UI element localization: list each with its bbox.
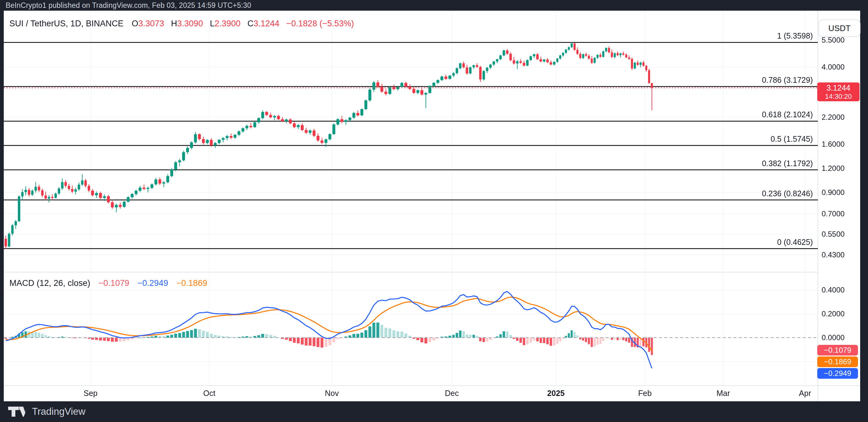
macd-tick[interactable]: 0.0000: [822, 333, 844, 342]
price-tick[interactable]: 1.2000: [822, 164, 844, 173]
price-tick[interactable]: 4.0000: [822, 62, 844, 72]
fib-level-label-0382[interactable]: 0.382 (1.1792): [762, 159, 813, 168]
close-value: C3.1244: [247, 19, 279, 29]
fib-level-label-1[interactable]: 1 (5.3598): [777, 31, 813, 40]
high-value: H3.3090: [171, 19, 203, 29]
tradingview-logo-icon: [8, 406, 28, 417]
change-value: −0.1828 (−5.53%): [286, 19, 354, 29]
fib-level-label-0236[interactable]: 0.236 (0.8246): [762, 189, 813, 198]
time-axis-label-sep[interactable]: Sep: [84, 389, 97, 398]
right-frame-strip: [860, 11, 868, 401]
time-axis-label-dec[interactable]: Dec: [445, 389, 459, 398]
chart-canvas[interactable]: [0, 0, 868, 422]
bottom-brand-bar: TradingView: [0, 401, 868, 422]
price-tick[interactable]: 2.2000: [822, 113, 844, 122]
price-tick[interactable]: 1.6000: [822, 140, 844, 149]
macd-signal-badge: −0.1869: [817, 357, 858, 367]
publish-info-text: BeInCrypto1 published on TradingView.com…: [6, 1, 251, 10]
price-tick[interactable]: 0.4300: [822, 250, 844, 260]
macd-line-badge: −0.2949: [817, 368, 858, 379]
price-tick[interactable]: 0.9000: [822, 188, 844, 197]
publish-info-bar: BeInCrypto1 published on TradingView.com…: [0, 0, 868, 11]
time-axis-label-nov[interactable]: Nov: [325, 389, 339, 398]
macd-signal-value: −0.1869: [177, 278, 207, 288]
macd-status-row[interactable]: MACD (12, 26, close) −0.1079 −0.2949 −0.…: [9, 278, 207, 288]
current-price-badge: 3.1244 14:30:20: [817, 83, 860, 101]
macd-tick[interactable]: 0.4000: [822, 285, 844, 295]
macd-tick[interactable]: 0.2000: [822, 309, 844, 319]
tradingview-watermark-text: TradingView: [32, 406, 86, 417]
macd-line-value: −0.2949: [137, 278, 168, 288]
fib-level-label-05[interactable]: 0.5 (1.5745): [771, 134, 813, 144]
price-tick[interactable]: 0.7000: [822, 209, 844, 218]
low-value: L2.3900: [210, 19, 241, 29]
macd-title[interactable]: MACD (12, 26, close): [9, 278, 90, 288]
macd-histogram-value: −0.1079: [98, 278, 129, 288]
macd-histogram-badge: −0.1079: [817, 345, 858, 356]
current-price: 3.1244: [826, 83, 850, 92]
currency-toggle-button[interactable]: USDT: [818, 20, 861, 37]
time-axis-label-2025[interactable]: 2025: [547, 389, 565, 398]
fib-level-label-0786[interactable]: 0.786 (3.1729): [762, 75, 813, 85]
open-value: O3.3073: [132, 19, 164, 29]
time-axis-label-oct[interactable]: Oct: [204, 389, 216, 398]
time-axis-label-feb[interactable]: Feb: [638, 389, 651, 398]
symbol-title[interactable]: SUI / TetherUS, 1D, BINANCE: [9, 19, 123, 29]
symbol-status-row[interactable]: SUI / TetherUS, 1D, BINANCE O3.3073 H3.3…: [9, 19, 361, 29]
countdown-timer: 14:30:20: [825, 92, 852, 100]
fib-level-label-0[interactable]: 0 (0.4625): [777, 237, 813, 247]
price-tick[interactable]: 0.5500: [822, 230, 844, 239]
time-axis-label-mar[interactable]: Mar: [716, 389, 730, 398]
time-axis-label-apr[interactable]: Apr: [799, 389, 811, 398]
left-frame-strip: [0, 11, 4, 401]
fib-level-label-0618[interactable]: 0.618 (2.1024): [762, 110, 813, 119]
